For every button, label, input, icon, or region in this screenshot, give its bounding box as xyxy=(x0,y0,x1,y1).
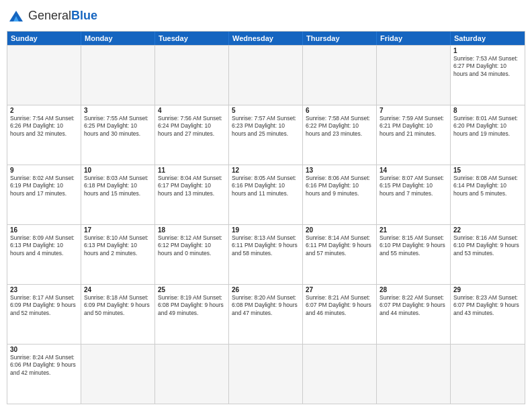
day-info: Sunrise: 8:01 AM Sunset: 6:20 PM Dayligh… xyxy=(453,115,522,138)
day-number: 19 xyxy=(232,226,300,234)
day-number: 18 xyxy=(158,226,226,234)
day-number: 24 xyxy=(84,286,152,293)
calendar-cell: 14Sunrise: 8:07 AM Sunset: 6:15 PM Dayli… xyxy=(377,165,451,224)
day-number: 10 xyxy=(84,167,152,174)
day-number: 21 xyxy=(380,226,447,234)
calendar-cell: 7Sunrise: 7:59 AM Sunset: 6:21 PM Daylig… xyxy=(377,105,451,165)
day-info: Sunrise: 8:09 AM Sunset: 6:13 PM Dayligh… xyxy=(10,234,78,257)
day-info: Sunrise: 8:03 AM Sunset: 6:18 PM Dayligh… xyxy=(84,175,152,197)
day-number: 14 xyxy=(380,167,447,174)
day-number: 15 xyxy=(453,167,522,174)
day-number: 28 xyxy=(380,286,447,293)
day-info: Sunrise: 8:12 AM Sunset: 6:12 PM Dayligh… xyxy=(158,234,226,257)
calendar-cell: 30Sunrise: 8:24 AM Sunset: 6:06 PM Dayli… xyxy=(7,345,81,404)
day-info: Sunrise: 7:57 AM Sunset: 6:23 PM Dayligh… xyxy=(232,115,300,138)
day-info: Sunrise: 8:02 AM Sunset: 6:19 PM Dayligh… xyxy=(10,175,78,197)
calendar-cell: 21Sunrise: 8:15 AM Sunset: 6:10 PM Dayli… xyxy=(377,225,451,284)
logo-text: GeneralBlue xyxy=(28,9,97,23)
calendar-cell: 19Sunrise: 8:13 AM Sunset: 6:11 PM Dayli… xyxy=(229,225,303,284)
day-info: Sunrise: 8:21 AM Sunset: 6:07 PM Dayligh… xyxy=(306,294,373,317)
day-info: Sunrise: 8:22 AM Sunset: 6:07 PM Dayligh… xyxy=(380,294,447,317)
day-info: Sunrise: 8:16 AM Sunset: 6:10 PM Dayligh… xyxy=(453,234,522,257)
weekday-header-saturday: Saturday xyxy=(451,32,525,45)
day-number: 3 xyxy=(84,107,152,114)
day-number: 23 xyxy=(10,286,78,293)
day-info: Sunrise: 8:20 AM Sunset: 6:08 PM Dayligh… xyxy=(232,294,300,317)
day-info: Sunrise: 8:10 AM Sunset: 6:13 PM Dayligh… xyxy=(84,234,152,257)
day-info: Sunrise: 7:53 AM Sunset: 6:27 PM Dayligh… xyxy=(453,55,522,78)
day-info: Sunrise: 7:54 AM Sunset: 6:26 PM Dayligh… xyxy=(10,115,78,138)
day-number: 4 xyxy=(158,107,226,114)
weekday-header-tuesday: Tuesday xyxy=(155,32,229,45)
calendar-cell xyxy=(155,46,229,105)
calendar-row-4: 23Sunrise: 8:17 AM Sunset: 6:09 PM Dayli… xyxy=(7,284,525,344)
day-info: Sunrise: 8:23 AM Sunset: 6:07 PM Dayligh… xyxy=(453,294,522,317)
calendar-cell: 10Sunrise: 8:03 AM Sunset: 6:18 PM Dayli… xyxy=(81,165,155,224)
calendar-cell: 26Sunrise: 8:20 AM Sunset: 6:08 PM Dayli… xyxy=(229,285,303,344)
calendar-cell: 28Sunrise: 8:22 AM Sunset: 6:07 PM Dayli… xyxy=(377,285,451,344)
day-number: 25 xyxy=(158,286,226,293)
calendar-row-3: 16Sunrise: 8:09 AM Sunset: 6:13 PM Dayli… xyxy=(7,224,525,284)
header: GeneralBlue xyxy=(7,7,525,26)
weekday-header-wednesday: Wednesday xyxy=(229,32,303,45)
day-number: 1 xyxy=(453,47,522,54)
calendar-cell xyxy=(81,345,155,404)
calendar-cell: 20Sunrise: 8:14 AM Sunset: 6:11 PM Dayli… xyxy=(303,225,377,284)
calendar-cell: 11Sunrise: 8:04 AM Sunset: 6:17 PM Dayli… xyxy=(155,165,229,224)
day-info: Sunrise: 8:14 AM Sunset: 6:11 PM Dayligh… xyxy=(306,234,373,257)
day-info: Sunrise: 8:24 AM Sunset: 6:06 PM Dayligh… xyxy=(10,354,78,377)
calendar-cell: 4Sunrise: 7:56 AM Sunset: 6:24 PM Daylig… xyxy=(155,105,229,165)
day-info: Sunrise: 7:58 AM Sunset: 6:22 PM Dayligh… xyxy=(306,115,373,138)
calendar-cell: 17Sunrise: 8:10 AM Sunset: 6:13 PM Dayli… xyxy=(81,225,155,284)
calendar-cell: 29Sunrise: 8:23 AM Sunset: 6:07 PM Dayli… xyxy=(451,285,525,344)
calendar-cell: 8Sunrise: 8:01 AM Sunset: 6:20 PM Daylig… xyxy=(451,105,525,165)
logo-icon xyxy=(7,7,26,26)
weekday-header-sunday: Sunday xyxy=(7,32,81,45)
day-number: 22 xyxy=(453,226,522,234)
day-number: 29 xyxy=(453,286,522,293)
calendar-cell xyxy=(303,46,377,105)
day-number: 2 xyxy=(10,107,78,114)
day-number: 30 xyxy=(10,346,78,353)
calendar-cell: 12Sunrise: 8:05 AM Sunset: 6:16 PM Dayli… xyxy=(229,165,303,224)
calendar-cell: 9Sunrise: 8:02 AM Sunset: 6:19 PM Daylig… xyxy=(7,165,81,224)
day-number: 16 xyxy=(10,226,78,234)
calendar-row-2: 9Sunrise: 8:02 AM Sunset: 6:19 PM Daylig… xyxy=(7,165,525,224)
weekday-header-monday: Monday xyxy=(81,32,155,45)
day-info: Sunrise: 7:55 AM Sunset: 6:25 PM Dayligh… xyxy=(84,115,152,138)
day-number: 11 xyxy=(158,167,226,174)
day-info: Sunrise: 8:18 AM Sunset: 6:09 PM Dayligh… xyxy=(84,294,152,317)
page: GeneralBlue SundayMondayTuesdayWednesday… xyxy=(0,0,532,411)
calendar: SundayMondayTuesdayWednesdayThursdayFrid… xyxy=(7,31,525,404)
calendar-cell: 18Sunrise: 8:12 AM Sunset: 6:12 PM Dayli… xyxy=(155,225,229,284)
calendar-row-1: 2Sunrise: 7:54 AM Sunset: 6:26 PM Daylig… xyxy=(7,105,525,165)
day-info: Sunrise: 8:17 AM Sunset: 6:09 PM Dayligh… xyxy=(10,294,78,317)
calendar-cell: 13Sunrise: 8:06 AM Sunset: 6:16 PM Dayli… xyxy=(303,165,377,224)
calendar-cell xyxy=(451,345,525,404)
calendar-body: 1Sunrise: 7:53 AM Sunset: 6:27 PM Daylig… xyxy=(7,45,525,404)
day-number: 27 xyxy=(306,286,373,293)
logo-blue: Blue xyxy=(71,9,97,22)
calendar-cell: 16Sunrise: 8:09 AM Sunset: 6:13 PM Dayli… xyxy=(7,225,81,284)
day-number: 20 xyxy=(306,226,373,234)
calendar-cell: 2Sunrise: 7:54 AM Sunset: 6:26 PM Daylig… xyxy=(7,105,81,165)
day-info: Sunrise: 8:19 AM Sunset: 6:08 PM Dayligh… xyxy=(158,294,226,317)
day-number: 17 xyxy=(84,226,152,234)
calendar-cell: 24Sunrise: 8:18 AM Sunset: 6:09 PM Dayli… xyxy=(81,285,155,344)
day-number: 7 xyxy=(380,107,447,114)
calendar-cell xyxy=(377,345,451,404)
calendar-cell xyxy=(7,46,81,105)
day-info: Sunrise: 8:15 AM Sunset: 6:10 PM Dayligh… xyxy=(380,234,447,257)
calendar-cell: 1Sunrise: 7:53 AM Sunset: 6:27 PM Daylig… xyxy=(451,46,525,105)
day-info: Sunrise: 7:56 AM Sunset: 6:24 PM Dayligh… xyxy=(158,115,226,138)
calendar-row-0: 1Sunrise: 7:53 AM Sunset: 6:27 PM Daylig… xyxy=(7,45,525,105)
calendar-cell: 25Sunrise: 8:19 AM Sunset: 6:08 PM Dayli… xyxy=(155,285,229,344)
calendar-cell: 22Sunrise: 8:16 AM Sunset: 6:10 PM Dayli… xyxy=(451,225,525,284)
calendar-row-5: 30Sunrise: 8:24 AM Sunset: 6:06 PM Dayli… xyxy=(7,344,525,404)
logo: GeneralBlue xyxy=(7,7,97,26)
calendar-cell: 27Sunrise: 8:21 AM Sunset: 6:07 PM Dayli… xyxy=(303,285,377,344)
calendar-cell: 23Sunrise: 8:17 AM Sunset: 6:09 PM Dayli… xyxy=(7,285,81,344)
calendar-cell: 3Sunrise: 7:55 AM Sunset: 6:25 PM Daylig… xyxy=(81,105,155,165)
calendar-cell xyxy=(81,46,155,105)
day-info: Sunrise: 8:08 AM Sunset: 6:14 PM Dayligh… xyxy=(453,175,522,197)
